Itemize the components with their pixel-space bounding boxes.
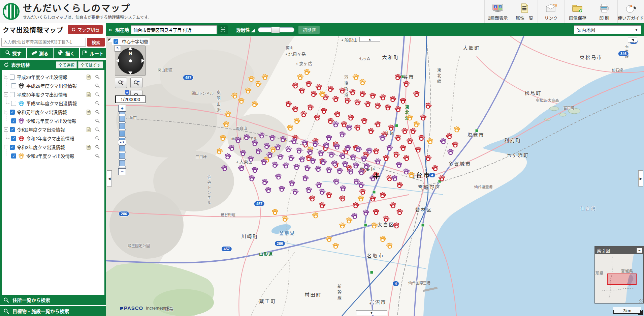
reiwa1-bear-marker[interactable] [336, 167, 344, 175]
reiwa1-bear-marker[interactable] [344, 144, 352, 152]
map-type-select[interactable]: 案内地図 ▼ [574, 25, 641, 34]
reiwa1-bear-marker[interactable] [247, 155, 255, 163]
reiwa1-bear-marker[interactable] [248, 174, 255, 182]
reiwa1-bear-marker[interactable] [234, 136, 242, 144]
layer-group-row[interactable]: −令和3年度クマ出没情報 [2, 143, 104, 151]
reiwa1-bear-marker[interactable] [319, 158, 327, 166]
pan-northeast-button[interactable]: ◥ [628, 37, 637, 42]
reiwa2-bear-marker[interactable] [354, 98, 361, 106]
sidebar-tool-search[interactable]: 探す [0, 48, 26, 58]
reiwa1-bear-marker[interactable] [274, 172, 282, 180]
zoom-slider-tick[interactable] [119, 144, 126, 146]
reiwa2-bear-marker[interactable] [414, 146, 422, 153]
header-tool-link[interactable]: リンク [538, 0, 564, 23]
reiwa1-bear-marker[interactable] [265, 151, 273, 159]
index-map-resize-handle[interactable] [639, 299, 643, 303]
zoom-slider-minus-button[interactable]: − [118, 168, 126, 175]
reiwa2-bear-marker[interactable] [369, 92, 377, 99]
transparency-slider-handle[interactable] [271, 27, 280, 33]
reiwa2-bear-marker[interactable] [300, 111, 307, 118]
pan-east-arrow[interactable] [141, 59, 144, 63]
reiwa1-bear-marker[interactable] [251, 139, 259, 147]
reiwa2-bear-marker[interactable] [409, 127, 417, 135]
reiwa2-bear-marker[interactable] [369, 195, 376, 202]
layer-zoom-icon[interactable] [95, 83, 100, 88]
layer-checkbox[interactable] [10, 110, 15, 115]
reiwa2-bear-marker[interactable] [379, 93, 387, 102]
reiwa1-bear-marker[interactable] [278, 185, 286, 193]
layer-checkbox[interactable] [10, 92, 15, 97]
address-search-input[interactable] [1, 38, 86, 47]
zoom-slider-plus-button[interactable]: + [118, 105, 126, 112]
attribute-doc-icon[interactable] [86, 127, 91, 132]
reiwa1-bear-marker[interactable] [340, 185, 347, 192]
reiwa2-bear-marker[interactable] [419, 114, 427, 121]
layer-zoom-icon[interactable] [95, 110, 100, 114]
pan-up-button[interactable]: ▲ [359, 37, 380, 42]
reiwa1-bear-marker[interactable] [333, 143, 341, 150]
reiwa2-bear-marker[interactable] [298, 87, 306, 94]
layer-group-row[interactable]: −平成30年度クマ出没情報 [2, 90, 104, 99]
select-all-button[interactable]: 全て選択 [56, 61, 77, 68]
reiwa1-bear-marker[interactable] [264, 186, 272, 194]
reiwa2-bear-marker[interactable] [348, 88, 356, 96]
reiwa1-bear-marker[interactable] [362, 209, 370, 217]
reiwa2-bear-marker[interactable] [382, 154, 390, 162]
reiwa3-bear-marker[interactable] [352, 73, 360, 81]
locate-crosshair-button[interactable] [218, 25, 228, 34]
reiwa2-bear-marker[interactable] [399, 97, 407, 104]
current-location-input[interactable] [131, 25, 217, 34]
layer-item-row[interactable]: 平成29年度クマ出没情報 [2, 81, 104, 90]
reiwa2-bear-marker[interactable] [360, 117, 368, 124]
reiwa2-bear-marker[interactable] [399, 144, 407, 152]
attribute-doc-icon[interactable] [86, 92, 91, 97]
reiwa1-bear-marker[interactable] [317, 149, 324, 157]
search-by-address-button[interactable]: 住所一覧から検索 [0, 295, 106, 305]
reiwa1-bear-marker[interactable] [379, 134, 386, 141]
index-map-extent-rect[interactable] [607, 274, 637, 285]
layer-zoom-icon[interactable] [95, 75, 100, 79]
header-tool-save-image[interactable]: 画像保存 [564, 0, 591, 23]
reiwa1-bear-marker[interactable] [285, 146, 292, 153]
pan-left-button[interactable]: ◀ [107, 170, 112, 186]
reiwa1-bear-marker[interactable] [341, 160, 349, 168]
reiwa3-bear-marker[interactable] [412, 120, 421, 128]
zoom-out-button[interactable]: − [130, 78, 142, 88]
reiwa1-bear-marker[interactable] [395, 161, 403, 169]
reiwa1-bear-marker[interactable] [325, 134, 333, 142]
layer-item-row[interactable]: 平成30年度クマ出没情報 [2, 99, 104, 108]
layer-checkbox[interactable] [11, 101, 16, 106]
layer-group-row[interactable]: −令和2年度クマ出没情報 [2, 125, 104, 134]
reiwa2-bear-marker[interactable] [418, 134, 426, 142]
pan-down-button[interactable]: ▼ [356, 310, 387, 315]
zoom-slider-tick[interactable] [119, 136, 126, 138]
reiwa1-bear-marker[interactable] [251, 166, 258, 173]
reiwa3-bear-marker[interactable] [237, 97, 245, 105]
compass-center-dot[interactable] [129, 59, 132, 62]
reiwa1-bear-marker[interactable] [293, 163, 300, 170]
header-tool-guide[interactable]: 使い方ガイド [617, 0, 644, 23]
layer-zoom-icon[interactable] [95, 136, 100, 141]
reiwa3-bear-marker[interactable] [406, 114, 414, 121]
expand-corner-button[interactable] [638, 310, 643, 315]
layer-group-row[interactable]: −平成29年度クマ出没情報 [2, 73, 104, 81]
reiwa3-bear-marker[interactable] [286, 123, 294, 132]
reiwa2-bear-marker[interactable] [402, 80, 410, 88]
reiwa1-bear-marker[interactable] [268, 134, 276, 141]
reiwa2-bear-marker[interactable] [438, 174, 446, 182]
transparency-reset-button[interactable]: 初期値 [298, 26, 320, 34]
pan-northwest-button[interactable]: ◤ [107, 37, 112, 42]
layer-checkbox[interactable] [10, 75, 15, 80]
reiwa1-bear-marker[interactable] [277, 153, 284, 161]
reiwa2-bear-marker[interactable] [401, 127, 409, 135]
reiwa1-bear-marker[interactable] [360, 155, 368, 163]
layer-item-row[interactable]: 令和3年度クマ出没情報 [2, 151, 104, 160]
deselect-all-button[interactable]: 全てはずす [78, 61, 103, 68]
pan-west-arrow[interactable] [116, 59, 119, 63]
reiwa1-bear-marker[interactable] [325, 166, 332, 174]
layer-zoom-icon[interactable] [95, 92, 100, 97]
reiwa1-bear-marker[interactable] [374, 157, 382, 165]
layer-checkbox[interactable] [11, 83, 16, 88]
reiwa3-bear-marker[interactable] [219, 134, 227, 142]
reiwa1-bear-marker[interactable] [301, 139, 308, 146]
